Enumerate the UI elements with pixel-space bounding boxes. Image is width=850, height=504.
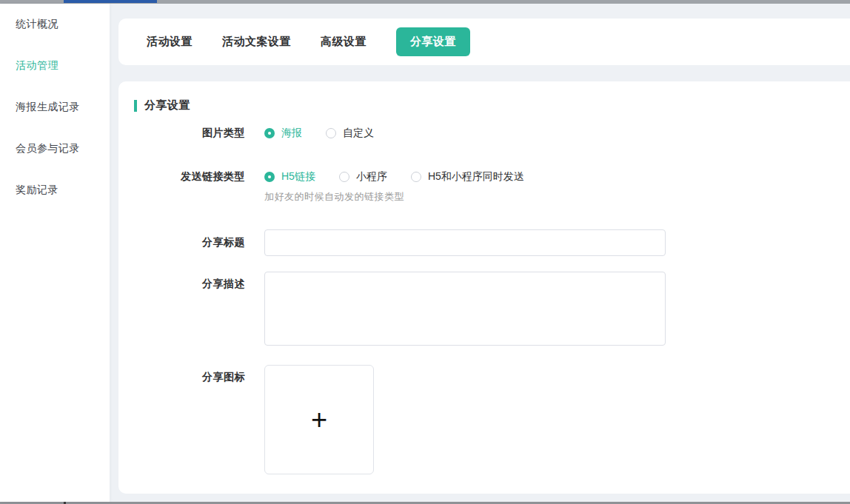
sidebar-item-label: 海报生成记录 xyxy=(16,101,80,114)
radio-custom[interactable]: 自定义 xyxy=(326,126,374,140)
sidebar-item-label: 会员参与记录 xyxy=(16,142,80,155)
share-title-row: 分享标题 xyxy=(134,229,850,256)
tab-bar: 活动设置 活动文案设置 高级设置 分享设置 xyxy=(118,19,850,65)
sidebar-item-poster-records[interactable]: 海报生成记录 xyxy=(0,87,110,128)
radio-label: 小程序 xyxy=(356,169,387,184)
radio-label: 自定义 xyxy=(343,126,374,140)
share-desc-textarea[interactable] xyxy=(264,272,666,346)
share-title-input[interactable] xyxy=(264,229,666,256)
sidebar-item-member-participation-records[interactable]: 会员参与记录 xyxy=(0,128,110,169)
section-header: 分享设置 xyxy=(134,98,850,112)
radio-label: H5和小程序同时发送 xyxy=(428,169,524,184)
sidebar-item-label: 奖励记录 xyxy=(16,184,58,197)
link-type-label: 发送链接类型 xyxy=(134,169,255,184)
share-settings-form: 图片类型 海报 自定义 发送链接类型 xyxy=(134,126,850,474)
link-type-options: H5链接 小程序 H5和小程序同时发送 加好友的时候自动发的链接类型 xyxy=(255,169,524,204)
link-type-row: 发送链接类型 H5链接 小程序 H5和小程序同时发送 xyxy=(134,169,850,204)
sidebar-item-reward-records[interactable]: 奖励记录 xyxy=(0,169,110,211)
share-icon-upload-box[interactable]: + xyxy=(264,365,374,474)
share-desc-label: 分享描述 xyxy=(134,272,255,291)
radio-label: H5链接 xyxy=(281,169,315,184)
link-type-hint: 加好友的时候自动发的链接类型 xyxy=(264,190,524,204)
top-scrollbar-thumb[interactable] xyxy=(64,0,157,3)
share-settings-panel: 分享设置 图片类型 海报 自定义 xyxy=(118,81,850,494)
sidebar-item-activity-management[interactable]: 活动管理 xyxy=(0,45,110,87)
sidebar: 统计概况 活动管理 海报生成记录 会员参与记录 奖励记录 xyxy=(0,4,110,502)
share-icon-row: 分享图标 + xyxy=(134,365,850,474)
image-type-options: 海报 自定义 xyxy=(255,126,374,140)
radio-unchecked-icon[interactable] xyxy=(411,172,421,182)
image-type-row: 图片类型 海报 自定义 xyxy=(134,126,850,140)
plus-icon: + xyxy=(311,406,327,434)
tab-activity-settings[interactable]: 活动设置 xyxy=(147,35,193,49)
section-accent-bar xyxy=(134,100,137,112)
tab-advanced-settings[interactable]: 高级设置 xyxy=(321,35,367,49)
radio-mini-program[interactable]: 小程序 xyxy=(339,169,387,184)
radio-unchecked-icon[interactable] xyxy=(339,172,349,182)
radio-unchecked-icon[interactable] xyxy=(326,128,336,138)
radio-h5-link[interactable]: H5链接 xyxy=(264,169,315,184)
radio-label: 海报 xyxy=(281,126,302,140)
section-title: 分享设置 xyxy=(144,98,190,112)
tab-share-settings[interactable]: 分享设置 xyxy=(396,27,470,56)
sidebar-item-label: 统计概况 xyxy=(16,18,58,31)
share-icon-label: 分享图标 xyxy=(134,365,255,384)
radio-h5-and-mini-program[interactable]: H5和小程序同时发送 xyxy=(411,169,524,184)
radio-checked-icon[interactable] xyxy=(264,172,275,182)
sidebar-item-label: 活动管理 xyxy=(16,59,58,73)
main-area: 活动设置 活动文案设置 高级设置 分享设置 分享设置 图片类型 海报 xyxy=(110,4,850,502)
radio-poster[interactable]: 海报 xyxy=(264,126,302,140)
radio-checked-icon[interactable] xyxy=(264,128,275,138)
sidebar-item-stats-overview[interactable]: 统计概况 xyxy=(0,4,110,45)
share-desc-row: 分享描述 xyxy=(134,272,850,349)
share-title-label: 分享标题 xyxy=(134,229,255,249)
image-type-label: 图片类型 xyxy=(134,126,255,140)
tab-activity-copy-settings[interactable]: 活动文案设置 xyxy=(222,35,291,49)
